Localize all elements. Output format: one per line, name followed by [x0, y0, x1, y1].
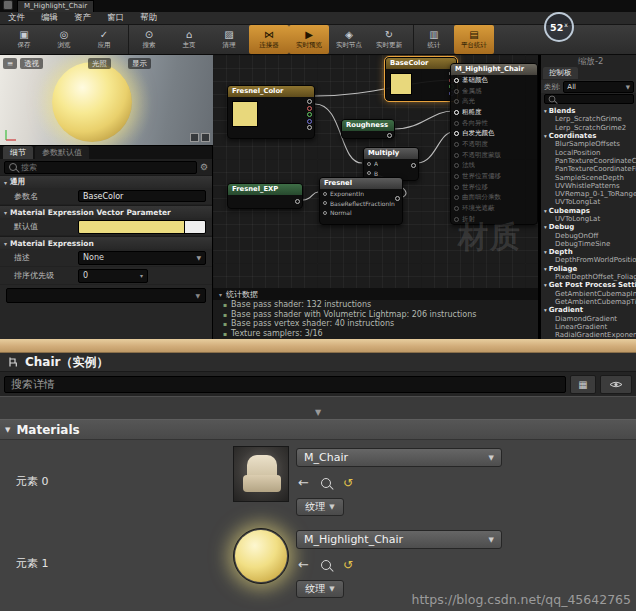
palette-item[interactable]: SampleSceneDepth [541, 173, 636, 181]
node-fresnel-exp[interactable]: Fresnel_EXP [227, 183, 303, 209]
node-base-color[interactable]: BaseColor [385, 57, 457, 101]
palette-item[interactable]: Blends [541, 107, 636, 115]
input-pin[interactable] [454, 195, 459, 200]
node-roughness[interactable]: Roughness [341, 119, 395, 139]
texture-dropdown-button[interactable]: 纹理 ▼ [296, 580, 344, 598]
output-pin[interactable] [307, 99, 312, 104]
palette-item[interactable]: PixelDepthOffset_Foliage [541, 273, 636, 281]
texture-dropdown-button[interactable]: 纹理 ▼ [296, 498, 344, 516]
input-pin[interactable] [454, 78, 459, 83]
output-pin-b[interactable] [307, 119, 312, 124]
input-pin[interactable] [454, 185, 459, 190]
toolbar-button[interactable]: ▨ 清理 [209, 25, 249, 54]
visibility-filter-button[interactable] [600, 375, 632, 394]
material-dropdown[interactable]: M_Chair ▼ [296, 448, 502, 467]
toolbar-button[interactable]: ▤ 平台统计 [454, 25, 494, 54]
palette-item[interactable]: UVToLongLat [541, 215, 636, 223]
toolbar-button[interactable]: ▥ 统计 [413, 25, 454, 54]
input-pin[interactable] [367, 171, 371, 175]
viewport-perspective-button[interactable]: 透视 [20, 58, 43, 69]
input-pin[interactable] [454, 110, 459, 115]
browse-to-asset-icon[interactable] [321, 560, 331, 570]
toolbar-button[interactable]: ✓ 应用 [84, 25, 124, 54]
palette-item[interactable]: UVWhistlePatterns [541, 182, 636, 190]
node-multiply[interactable]: Multiply A B [363, 147, 419, 181]
output-pin-g[interactable] [307, 112, 312, 117]
toolbar-button[interactable]: ⌂ 主页 [169, 25, 209, 54]
description-dropdown[interactable]: None ▼ [78, 251, 206, 265]
view-mode-button[interactable]: ▦ [570, 375, 596, 394]
palette-item[interactable]: DebugOnOff [541, 231, 636, 239]
input-pin[interactable] [454, 206, 459, 211]
color-swatch[interactable] [232, 101, 258, 127]
viewport-corner-button[interactable] [190, 133, 199, 142]
toolbar-button[interactable]: ↻ 实时更新 [369, 25, 409, 54]
color-swatch[interactable] [390, 73, 412, 95]
input-pin[interactable] [454, 174, 459, 179]
palette-item[interactable]: Coordinates [541, 132, 636, 140]
input-pin[interactable] [323, 211, 327, 215]
palette-item[interactable]: DiamondGradient [541, 314, 636, 322]
palette-item[interactable]: BlurSampleOffsets [541, 140, 636, 148]
input-pin[interactable] [454, 142, 459, 147]
toolbar-button[interactable]: ▣ 保存 [4, 25, 44, 54]
input-pin[interactable] [367, 162, 371, 166]
details-search-input[interactable]: 搜索 [4, 161, 197, 174]
palette-item[interactable]: Foliage [541, 265, 636, 273]
palette-item[interactable]: Lerp_ScratchGrime [541, 115, 636, 123]
toolbar-button[interactable]: ▶ 实时预览 [289, 25, 329, 54]
stats-header[interactable]: ▾ 统计数据 [213, 288, 538, 300]
palette-item[interactable]: Depth [541, 248, 636, 256]
input-pin[interactable] [454, 89, 459, 94]
palette-item[interactable]: UVToLongLat [541, 198, 636, 206]
toolbar-button[interactable]: ⊙ 搜索 [128, 25, 169, 54]
input-pin[interactable] [454, 99, 459, 104]
chevron-down-icon[interactable]: ▼ [315, 408, 321, 417]
palette-item[interactable]: RadialGradientExponential [541, 331, 636, 339]
palette-item[interactable]: LocalPosition [541, 148, 636, 156]
use-selected-asset-icon[interactable]: ← [298, 558, 309, 572]
viewport-corner-button[interactable] [201, 133, 210, 142]
viewport-options-icon[interactable]: ≡ [3, 58, 17, 69]
material-preview-viewport[interactable]: ≡ 透视 光照 显示 [0, 55, 213, 145]
material-thumbnail[interactable] [233, 528, 289, 584]
empty-dropdown[interactable]: ▼ [6, 288, 206, 303]
viewport-show-button[interactable]: 显示 [128, 58, 151, 69]
window-tab[interactable]: M_Highlight_Chair [17, 0, 94, 12]
gear-icon[interactable]: ⚙ [200, 162, 208, 172]
search-details-input[interactable] [4, 376, 566, 393]
reset-to-default-icon[interactable]: ↺ [343, 476, 353, 490]
output-pin[interactable] [395, 196, 400, 201]
menu-item[interactable]: 编辑 [41, 12, 58, 24]
material-dropdown[interactable]: M_Highlight_Chair ▼ [296, 530, 502, 549]
palette-item[interactable]: Debug [541, 223, 636, 231]
use-selected-asset-icon[interactable]: ← [298, 476, 309, 490]
toolbar-button[interactable]: ◎ 浏览 [44, 25, 84, 54]
palette-item[interactable]: GetAmbientCubemapTint [541, 298, 636, 306]
materials-section-header[interactable]: ▼ Materials [0, 419, 636, 440]
output-pin[interactable] [411, 163, 416, 168]
menu-item[interactable]: 文件 [8, 12, 25, 24]
toolbar-button[interactable]: ⋈ 连接器 [249, 25, 289, 54]
tab-parameter-defaults[interactable]: 参数默认值 [35, 146, 89, 159]
category-dropdown[interactable]: All ▼ [563, 81, 634, 93]
palette-item[interactable]: LinearGradient [541, 323, 636, 331]
palette-item[interactable]: GetAmbientCubemapIntensity [541, 290, 636, 298]
toolbar-button[interactable]: ◈ 实时节点 [329, 25, 369, 54]
section-header-expression[interactable]: ▾ Material Expression [0, 236, 212, 249]
sort-priority-spinner[interactable]: 0 ▾ [78, 269, 148, 283]
input-pin[interactable] [454, 131, 459, 136]
palette-item[interactable]: Cubemaps [541, 207, 636, 215]
section-header-vector-parameter[interactable]: ▾ Material Expression Vector Parameter [0, 205, 212, 218]
default-value-color-bar[interactable] [78, 220, 206, 234]
palette-item[interactable]: PanTextureCoordinateFrom-1toN [541, 165, 636, 173]
section-header-general[interactable]: ▾ 通用 [0, 175, 212, 188]
reset-to-default-icon[interactable]: ↺ [343, 558, 353, 572]
input-pin[interactable] [454, 217, 459, 222]
output-pin-r[interactable] [307, 106, 312, 111]
palette-item[interactable]: DepthFromWorldPosition [541, 256, 636, 264]
palette-search-input[interactable] [544, 94, 634, 104]
menu-item[interactable]: 窗口 [107, 12, 124, 24]
palette-item[interactable]: Get Post Process Setting [541, 281, 636, 289]
input-pin[interactable] [454, 121, 459, 126]
